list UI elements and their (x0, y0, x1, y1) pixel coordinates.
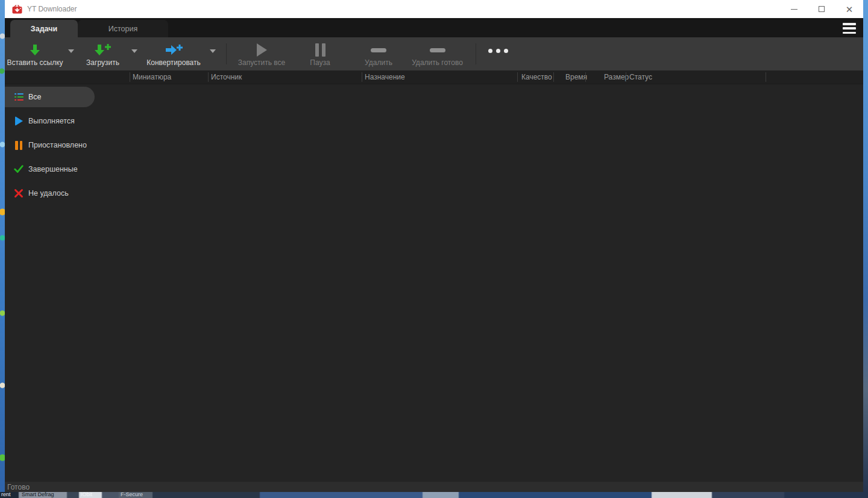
windows-taskbar[interactable]: rent Smart Defrag IObit F-Secure (0, 492, 868, 498)
tab-tasks[interactable]: Задачи (10, 20, 78, 37)
filter-failed[interactable]: Не удалось (5, 181, 100, 205)
column-quality[interactable]: Качество (521, 73, 552, 81)
chevron-down-icon (210, 49, 216, 53)
download-label: Загрузить (86, 58, 119, 67)
orange-pause-icon (14, 140, 24, 150)
download-dropdown[interactable] (128, 37, 140, 70)
green-down-arrow-plus-icon (94, 43, 112, 57)
filter-completed[interactable]: Завершенные (5, 157, 100, 181)
column-separator[interactable] (766, 72, 766, 82)
red-x-icon (14, 188, 24, 198)
delete-label: Удалить (365, 58, 392, 67)
close-icon: ✕ (846, 5, 854, 14)
column-status[interactable]: Статус (629, 73, 652, 81)
filter-paused[interactable]: Приостановлено (5, 133, 100, 157)
column-separator[interactable] (130, 72, 130, 82)
chevron-down-icon (68, 49, 74, 53)
paste-link-label: Вставить ссылку (7, 58, 63, 67)
table-header-row: Миниатюра Источник Назначение Качество В… (5, 70, 863, 84)
desktop-screen: YT Downloader ✕ Задачи История Вставить … (0, 0, 868, 498)
start-all-button[interactable]: Запустить все (231, 37, 292, 70)
green-check-icon (14, 164, 24, 174)
pause-label: Пауза (310, 58, 330, 67)
column-source[interactable]: Источник (211, 73, 242, 81)
pause-icon (315, 43, 326, 57)
filter-failed-label: Не удалось (28, 189, 69, 198)
minimize-button[interactable] (780, 0, 808, 18)
tab-history[interactable]: История (78, 20, 168, 37)
filter-all[interactable]: Все (5, 87, 95, 107)
desktop-background-left-strip (0, 0, 5, 498)
hamburger-icon (843, 23, 856, 25)
pause-button[interactable]: Пауза (299, 37, 341, 70)
chevron-down-icon (131, 49, 137, 53)
column-separator[interactable] (626, 72, 626, 82)
paste-link-dropdown[interactable] (65, 37, 77, 70)
column-separator[interactable] (585, 72, 586, 82)
filter-completed-label: Завершенные (28, 165, 78, 173)
green-down-arrow-icon (28, 43, 42, 57)
delete-button[interactable]: Удалить (354, 37, 403, 70)
column-time[interactable]: Время (565, 73, 587, 81)
blue-play-icon (14, 116, 24, 126)
yt-downloader-window: YT Downloader ✕ Задачи История Вставить … (5, 0, 863, 492)
close-button[interactable]: ✕ (835, 0, 863, 18)
column-separator[interactable] (553, 72, 554, 82)
filter-running-label: Выполняется (28, 117, 75, 125)
convert-label: Конвертировать (146, 58, 201, 67)
dash-icon (430, 43, 445, 57)
filter-all-label: Все (28, 93, 42, 101)
task-list-area: Все Выполняется Приостановлено Завершенн… (5, 84, 863, 482)
taskbar-item[interactable]: Smart Defrag (22, 492, 54, 497)
filter-running[interactable]: Выполняется (5, 109, 100, 133)
taskbar-item[interactable]: rent (1, 492, 11, 497)
convert-button[interactable]: Конвертировать (140, 37, 207, 70)
taskbar-item[interactable]: F-Secure (121, 492, 143, 497)
delete-done-button[interactable]: Удалить готово (403, 37, 472, 70)
tab-bar: Задачи История (5, 18, 863, 37)
column-separator[interactable] (517, 72, 518, 82)
ellipsis-icon (488, 49, 508, 53)
menu-button[interactable] (840, 22, 858, 34)
maximize-button[interactable] (808, 0, 835, 18)
status-bar: Готово (5, 482, 863, 492)
window-title: YT Downloader (27, 5, 77, 13)
toolbar: Вставить ссылку Загрузить Конвертировать (5, 37, 863, 70)
column-separator[interactable] (208, 72, 209, 82)
colored-list-icon (14, 92, 24, 102)
app-tv-icon (12, 5, 22, 13)
column-destination[interactable]: Назначение (365, 73, 405, 81)
dash-icon (371, 43, 386, 57)
status-text: Готово (7, 483, 30, 491)
column-separator[interactable] (362, 72, 362, 82)
more-options-button[interactable] (476, 37, 520, 70)
window-controls: ✕ (780, 0, 863, 18)
column-thumbnail[interactable]: Миниатюра (133, 73, 171, 81)
start-all-label: Запустить все (238, 58, 285, 67)
taskbar-item[interactable]: IObit (81, 492, 92, 497)
maximize-icon (819, 6, 825, 12)
tab-history-label: История (108, 25, 137, 33)
toolbar-separator (226, 43, 227, 64)
minimize-icon (791, 9, 797, 10)
titlebar: YT Downloader ✕ (5, 0, 863, 18)
delete-done-label: Удалить готово (412, 58, 463, 67)
tab-tasks-label: Задачи (31, 25, 57, 33)
blue-right-arrow-plus-icon (164, 43, 183, 57)
play-icon (257, 43, 267, 57)
convert-dropdown[interactable] (207, 37, 219, 70)
paste-link-button[interactable]: Вставить ссылку (5, 37, 65, 70)
filter-paused-label: Приостановлено (28, 141, 87, 149)
download-button[interactable]: Загрузить (77, 37, 128, 70)
desktop-background-right-strip (863, 0, 868, 498)
